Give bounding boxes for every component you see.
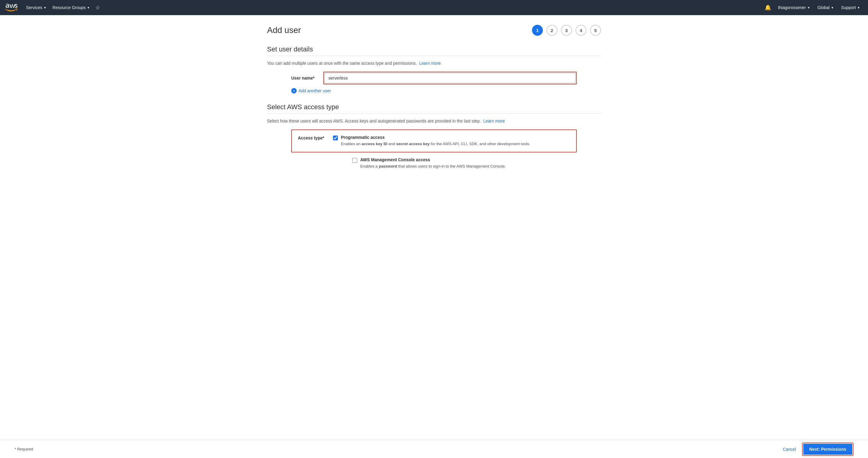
programmatic-access-checkbox[interactable] [333,135,338,140]
access-type-section: Select AWS access type Select how these … [267,103,601,169]
username-input[interactable] [324,73,576,83]
support-caret: ▼ [857,6,860,9]
region-menu[interactable]: Global ▼ [814,0,837,15]
services-label: Services [26,5,42,10]
support-menu[interactable]: Support ▼ [838,0,863,15]
programmatic-access-desc: Enables an access key ID and secret acce… [341,141,530,147]
add-another-user-label: Add another user [299,88,331,93]
services-caret: ▼ [43,6,46,9]
resource-groups-caret: ▼ [87,6,90,9]
bookmarks-icon[interactable]: ☆ [93,4,102,11]
username-field-wrapper [323,72,577,84]
programmatic-access-label-group: Programmatic access Enables an access ke… [341,135,530,147]
access-type-label: Access type* [298,135,328,140]
username-label: thiagorossener [778,5,806,10]
access-type-title: Select AWS access type [267,103,601,111]
page-title: Add user [267,25,301,35]
step-1[interactable]: 1 [532,25,543,36]
cancel-button[interactable]: Cancel [783,447,796,452]
step-5[interactable]: 5 [590,25,601,36]
set-user-details-title: Set user details [267,45,601,53]
next-permissions-button[interactable]: Next: Permissions [803,444,852,455]
console-access-row: AWS Management Console access Enables a … [267,157,601,170]
main-content: Add user 1 2 3 4 5 Set user details You … [252,15,616,440]
username-field-label: User name* [291,75,318,81]
console-access-label-group: AWS Management Console access Enables a … [360,157,506,170]
topnav-right: 🔔 thiagorossener ▼ Global ▼ Support ▼ [762,0,863,15]
support-label: Support [841,5,856,10]
step-indicators: 1 2 3 4 5 [532,25,601,36]
set-user-details-desc-text: You can add multiple users at once with … [267,61,417,66]
step-4[interactable]: 4 [576,25,586,36]
step-2[interactable]: 2 [547,25,557,36]
set-user-details-section: Set user details You can add multiple us… [267,45,601,93]
footer-actions: Cancel Next: Permissions [783,442,854,456]
region-label: Global [817,5,830,10]
add-another-user-button[interactable]: + Add another user [267,88,601,93]
region-caret: ▼ [831,6,834,9]
access-type-desc: Select how these users will access AWS. … [267,119,601,123]
user-name-form: User name* [267,72,601,84]
programmatic-checkbox-row: Programmatic access Enables an access ke… [333,135,530,147]
resource-groups-menu[interactable]: Resource Groups ▼ [50,0,93,15]
user-menu[interactable]: thiagorossener ▼ [775,0,813,15]
services-menu[interactable]: Services ▼ [23,0,50,15]
console-checkbox-row: AWS Management Console access Enables a … [352,157,506,170]
console-access-title: AWS Management Console access [360,157,506,162]
required-label: * Required [14,447,33,451]
console-access-desc: Enables a password that allows users to … [360,163,506,170]
access-type-desc-text: Select how these users will access AWS. … [267,119,481,123]
access-type-learn-more[interactable]: Learn more [483,119,505,123]
step-3[interactable]: 3 [561,25,572,36]
resource-groups-label: Resource Groups [53,5,86,10]
section-divider-2 [267,114,601,114]
programmatic-access-box: Access type* Programmatic access Enables… [291,129,577,152]
aws-logo[interactable] [5,3,19,12]
next-button-wrapper: Next: Permissions [802,442,854,456]
programmatic-access-title: Programmatic access [341,135,530,140]
set-user-details-desc: You can add multiple users at once with … [267,61,601,66]
top-navigation: Services ▼ Resource Groups ▼ ☆ 🔔 thiagor… [0,0,868,15]
notifications-icon[interactable]: 🔔 [762,4,774,11]
page-header: Add user 1 2 3 4 5 [267,25,601,36]
programmatic-access-row: Access type* Programmatic access Enables… [298,135,570,147]
section-divider-1 [267,56,601,56]
plus-circle-icon: + [291,88,297,93]
user-caret: ▼ [807,6,810,9]
console-access-checkbox[interactable] [352,158,357,163]
page-footer: * Required Cancel Next: Permissions [0,440,868,458]
set-user-details-learn-more[interactable]: Learn more [419,61,441,66]
